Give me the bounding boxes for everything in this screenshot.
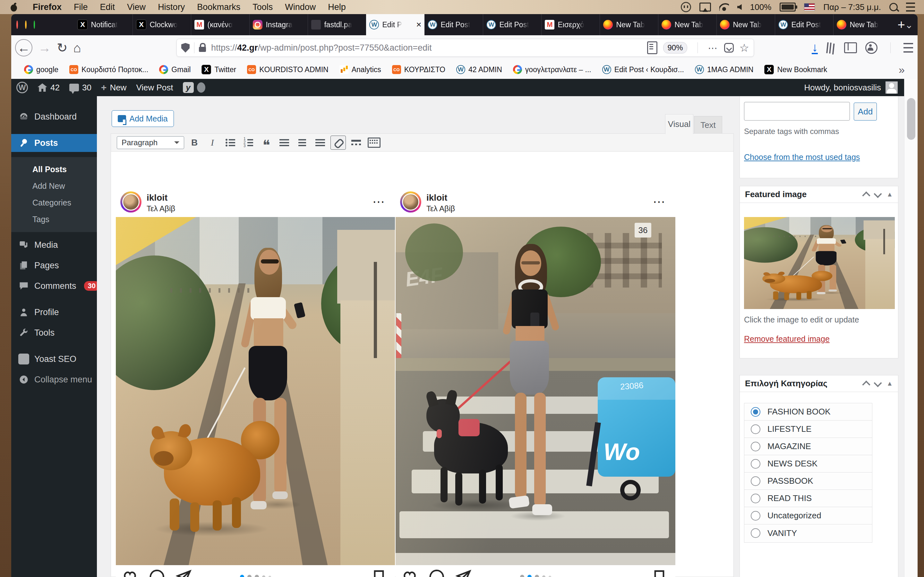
- tab-edit-post-3[interactable]: WEdit Post: [483, 14, 541, 35]
- back-button[interactable]: ←: [15, 39, 32, 56]
- featured-thumb[interactable]: [744, 217, 895, 309]
- app-menu-icon[interactable]: [903, 43, 913, 53]
- adminbar-view-post[interactable]: View Post: [136, 83, 173, 93]
- library-icon[interactable]: [826, 42, 836, 53]
- avatar[interactable]: [400, 191, 421, 213]
- bookmark-translate[interactable]: γοογλετρανλατε – ...: [513, 65, 591, 74]
- sidebar-item-tools[interactable]: Tools: [11, 324, 97, 342]
- blockquote-button[interactable]: ❝: [258, 133, 274, 152]
- category-option[interactable]: NEWS DESK: [744, 455, 872, 472]
- url-text[interactable]: https://42.gr/wp-admin/post.php?post=775…: [211, 43, 431, 53]
- read-more-button[interactable]: [349, 135, 364, 150]
- tab-inbox[interactable]: MΕισερχό: [541, 14, 599, 35]
- category-option[interactable]: LIFESTYLE: [744, 421, 872, 438]
- sidebar-item-comments[interactable]: Comments30: [11, 277, 97, 295]
- tab-new-4[interactable]: New Tab: [833, 14, 892, 35]
- post-location[interactable]: Τελ Αβίβ: [426, 204, 455, 213]
- input-language-flag-icon[interactable]: [804, 3, 815, 11]
- minimize-window-button[interactable]: [25, 21, 27, 29]
- sidebar-item-categories[interactable]: Categories: [11, 194, 97, 211]
- avatar[interactable]: [120, 191, 142, 213]
- sidebar-item-tags[interactable]: Tags: [11, 211, 97, 227]
- category-option[interactable]: FASHION BOOK: [744, 403, 872, 421]
- category-option[interactable]: Uncategorized: [744, 507, 872, 524]
- carousel-dots[interactable]: [396, 575, 675, 577]
- spotlight-search-icon[interactable]: [889, 3, 898, 11]
- wifi-icon[interactable]: [719, 3, 729, 11]
- post-location[interactable]: Τελ Αβίβ: [147, 204, 175, 213]
- account-icon[interactable]: [865, 42, 877, 54]
- post-username[interactable]: ikloit: [147, 193, 168, 203]
- radio-selected-icon[interactable]: [751, 407, 760, 417]
- bullet-list-button[interactable]: [223, 135, 238, 150]
- reader-mode-icon[interactable]: [647, 41, 657, 54]
- sidebar-item-add-new[interactable]: Add New: [11, 177, 97, 194]
- bookmark-1mag-admin[interactable]: W1MAG ADMIN: [695, 65, 753, 74]
- add-media-button[interactable]: Add Media: [111, 110, 174, 127]
- adminbar-site-name[interactable]: 42: [37, 83, 60, 93]
- bookmark-google[interactable]: google: [24, 65, 58, 74]
- tab-edit-post-2[interactable]: WEdit Post: [425, 14, 483, 35]
- radio-icon[interactable]: [751, 476, 760, 486]
- forward-button[interactable]: →: [38, 41, 51, 55]
- screen-mirroring-icon[interactable]: [699, 3, 711, 11]
- radio-icon[interactable]: [751, 459, 760, 469]
- sidebar-item-collapse[interactable]: Collapse menu: [11, 371, 97, 388]
- bookmark-star-icon[interactable]: ☆: [740, 41, 749, 54]
- carousel-dots[interactable]: [116, 575, 395, 577]
- notification-center-icon[interactable]: [906, 3, 915, 11]
- post-menu-icon[interactable]: ⋯: [373, 195, 385, 209]
- home-button[interactable]: ⌂: [73, 41, 81, 55]
- remove-featured-link[interactable]: Remove featured image: [744, 334, 830, 343]
- category-option[interactable]: MAGAZINE: [744, 438, 872, 455]
- wordpress-logo-icon[interactable]: W: [16, 82, 28, 93]
- sidebar-item-posts[interactable]: Posts: [11, 134, 97, 152]
- tab-gmail[interactable]: M(κανένα: [191, 14, 249, 35]
- move-down-icon[interactable]: [874, 190, 882, 198]
- sidebar-item-dashboard[interactable]: Dashboard: [11, 108, 97, 126]
- toolbar-toggle-button[interactable]: [367, 135, 382, 150]
- bookmark-kourdisto-gr[interactable]: COΚΟΥΡΔΙΣΤΟ: [392, 65, 445, 74]
- close-tab-icon[interactable]: ×: [416, 19, 421, 30]
- category-option[interactable]: READ THIS: [744, 490, 872, 507]
- sidebar-item-all-posts[interactable]: All Posts: [11, 161, 97, 177]
- bookmark-kourdisto-admin[interactable]: COKOURDISTO ADMIN: [247, 65, 328, 74]
- tab-new-1[interactable]: New Tab: [599, 14, 658, 35]
- tracking-protection-shield-icon[interactable]: [181, 43, 190, 53]
- sidebar-item-yoast[interactable]: Yoast SEO: [11, 350, 97, 368]
- tab-clockwork[interactable]: XClockwo: [132, 14, 191, 35]
- list-all-tabs-icon[interactable]: ⌄: [905, 19, 913, 31]
- page-actions-icon[interactable]: ⋯: [708, 42, 718, 53]
- adminbar-yoast[interactable]: y: [183, 82, 205, 93]
- collapse-toggle-icon[interactable]: ▲: [887, 191, 893, 198]
- most-used-tags-link[interactable]: Choose from the most used tags: [744, 153, 860, 162]
- bold-button[interactable]: B: [187, 135, 202, 150]
- radio-icon[interactable]: [751, 424, 760, 434]
- bookmark-kourdisto[interactable]: COΚουρδιστό Πορτοκ...: [69, 65, 148, 74]
- bookmark-42-admin[interactable]: W42 ADMIN: [456, 65, 502, 74]
- move-up-icon[interactable]: [862, 380, 870, 388]
- collapse-toggle-icon[interactable]: ▲: [887, 380, 893, 387]
- radio-icon[interactable]: [751, 511, 760, 521]
- zoom-level-badge[interactable]: 90%: [663, 42, 687, 53]
- sidebar-item-profile[interactable]: Profile: [11, 303, 97, 321]
- tag-input[interactable]: [744, 102, 850, 121]
- radio-icon[interactable]: [751, 494, 760, 503]
- menu-bookmarks[interactable]: Bookmarks: [197, 2, 240, 12]
- menu-window[interactable]: Window: [285, 2, 316, 12]
- align-right-button[interactable]: [312, 135, 328, 150]
- align-center-button[interactable]: [294, 135, 310, 150]
- url-bar[interactable]: https://42.gr/wp-admin/post.php?post=775…: [176, 39, 754, 57]
- link-button[interactable]: [330, 135, 346, 150]
- menu-tools[interactable]: Tools: [252, 2, 273, 12]
- menu-firefox[interactable]: Firefox: [33, 2, 61, 12]
- pocket-save-icon[interactable]: [724, 43, 734, 53]
- bookmark-icon[interactable]: [651, 569, 668, 577]
- volume-icon[interactable]: [737, 4, 742, 10]
- post-menu-icon[interactable]: ⋯: [653, 195, 666, 209]
- menu-file[interactable]: File: [74, 2, 88, 12]
- tab-edit-post-active[interactable]: WEdit P×: [366, 14, 425, 35]
- category-option[interactable]: VANITY: [744, 524, 872, 542]
- sidebar-item-pages[interactable]: Pages: [11, 256, 97, 274]
- tab-visual[interactable]: Visual: [665, 114, 693, 134]
